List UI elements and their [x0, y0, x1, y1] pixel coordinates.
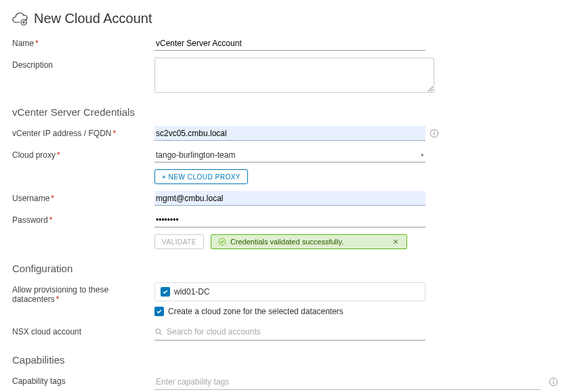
- nsx-search-field[interactable]: [154, 324, 425, 341]
- capability-tags-input[interactable]: [154, 376, 541, 387]
- search-icon: [154, 328, 163, 336]
- description-textarea[interactable]: [154, 58, 434, 93]
- svg-point-5: [156, 329, 161, 334]
- description-label: Description: [12, 58, 154, 70]
- info-icon[interactable]: [549, 377, 558, 387]
- allow-provisioning-label: Allow provisioning to these datacenters*: [12, 282, 154, 304]
- info-icon[interactable]: [430, 129, 439, 138]
- close-icon[interactable]: [392, 238, 400, 246]
- cloud-proxy-select[interactable]: tango-burlington-team ▾: [154, 148, 425, 162]
- create-zone-checkbox[interactable]: [154, 307, 164, 316]
- datacenter-option[interactable]: wld01-DC: [154, 282, 425, 301]
- section-credentials: vCenter Server Credentials: [12, 106, 553, 118]
- create-zone-row[interactable]: Create a cloud zone for the selected dat…: [154, 307, 343, 316]
- datacenter-checkbox[interactable]: [161, 287, 170, 297]
- chevron-down-icon: ▾: [421, 152, 424, 158]
- section-configuration: Configuration: [12, 263, 553, 274]
- nsx-label: NSX cloud account: [12, 324, 154, 336]
- username-label: Username*: [12, 191, 154, 203]
- svg-point-3: [434, 131, 435, 132]
- svg-point-9: [553, 379, 554, 380]
- ip-input[interactable]: [154, 126, 425, 141]
- check-circle-icon: [218, 238, 226, 246]
- page-title-text: New Cloud Account: [34, 11, 152, 26]
- password-input[interactable]: [154, 213, 425, 227]
- capability-tags-label: Capability tags: [12, 374, 154, 386]
- ip-label: vCenter IP address / FQDN*: [12, 126, 154, 138]
- name-label: Name*: [12, 36, 154, 48]
- capability-tags-field[interactable]: [154, 374, 541, 390]
- nsx-search-input[interactable]: [167, 326, 425, 338]
- page-title: New Cloud Account: [12, 11, 553, 26]
- datacenter-name: wld01-DC: [174, 287, 210, 297]
- create-zone-label: Create a cloud zone for the selected dat…: [168, 307, 343, 316]
- password-label: Password*: [12, 213, 154, 225]
- svg-line-6: [160, 333, 162, 335]
- new-cloud-proxy-button[interactable]: + NEW CLOUD PROXY: [154, 169, 248, 184]
- proxy-label: Cloud proxy*: [12, 148, 154, 160]
- username-input[interactable]: [154, 191, 425, 206]
- name-input[interactable]: [154, 36, 425, 51]
- validation-success-text: Credentials validated successfully.: [230, 238, 343, 246]
- cloud-proxy-value: tango-burlington-team: [156, 150, 235, 160]
- section-capabilities: Capabilities: [12, 354, 553, 366]
- cloud-add-icon: [12, 12, 28, 26]
- validate-button[interactable]: VALIDATE: [154, 234, 204, 249]
- validation-success-alert: Credentials validated successfully.: [211, 234, 407, 249]
